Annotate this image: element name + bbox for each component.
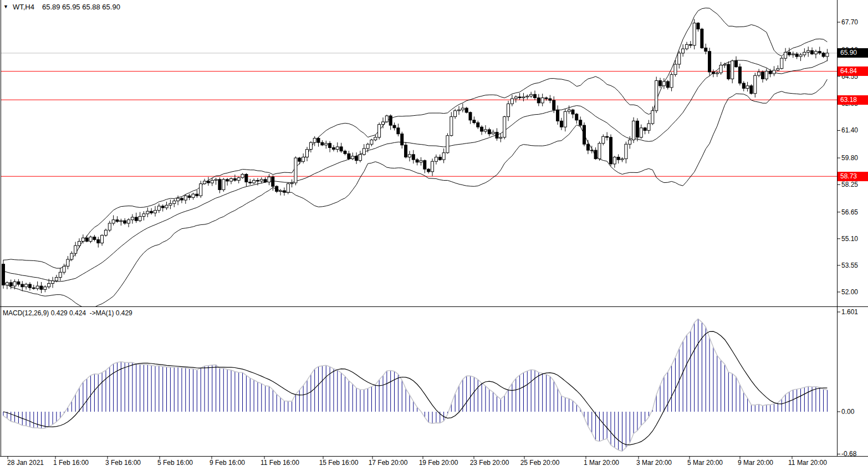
- hline-price-badge[interactable]: 63.18: [838, 95, 868, 105]
- trading-chart-window: ▼ WT,H4 65.89 65.95 65.88 65.90 MACD(12,…: [0, 0, 868, 471]
- price-tick-label: 67.70: [841, 18, 858, 26]
- time-tick-label: 3 Mar 20:00: [636, 459, 672, 467]
- macd-ma1-line: [3, 319, 827, 451]
- bollinger-upper-band: [3, 8, 827, 268]
- time-tick-label: 15 Feb 16:00: [319, 459, 359, 467]
- macd-tick-label: 0.00: [841, 408, 854, 416]
- time-tick-label: 9 Mar 20:00: [738, 459, 773, 467]
- macd-panel-layer: [3, 319, 827, 451]
- time-tick-label: 5 Feb 16:00: [157, 459, 193, 467]
- time-tick-label: 11 Mar 20:00: [788, 459, 827, 467]
- current-price-badge: 65.90: [838, 48, 868, 58]
- bollinger-lower-band: [3, 79, 827, 308]
- hline-price-badge[interactable]: 64.84: [838, 66, 868, 76]
- macd-tick-label: 1.601: [841, 308, 858, 316]
- time-tick-label: 19 Feb 20:00: [419, 459, 458, 467]
- axis-frame-layer: [0, 0, 868, 459]
- price-chart-canvas[interactable]: [0, 0, 868, 471]
- hline-price-badge[interactable]: 58.73: [838, 172, 868, 181]
- ohlc-readout: 65.89 65.95 65.88 65.90: [42, 3, 120, 11]
- macd-histogram: [3, 319, 827, 451]
- time-tick-label: 25 Feb 20:00: [520, 459, 560, 467]
- time-tick-label: 11 Feb 16:00: [261, 459, 299, 467]
- macd-indicator-label: MACD(12,26,9) 0.429 0.424 ->MA(1) 0.429: [3, 309, 132, 317]
- time-tick-label: 23 Feb 20:00: [470, 459, 509, 467]
- price-tick-label: 58.25: [841, 181, 858, 188]
- main-chart-layer: [1, 8, 837, 308]
- time-tick-label: 1 Mar 20:00: [584, 459, 619, 467]
- time-tick-label: 9 Feb 16:00: [210, 459, 245, 467]
- candlesticks: [2, 19, 829, 293]
- price-tick-label: 59.80: [841, 154, 858, 162]
- price-tick-label: 52.00: [841, 288, 858, 296]
- symbol-period-label: WT,H4: [13, 3, 34, 11]
- chart-title: ▼ WT,H4 65.89 65.95 65.88 65.90: [3, 3, 120, 11]
- price-tick-label: 53.55: [841, 262, 858, 269]
- chart-menu-arrow-icon[interactable]: ▼: [3, 4, 8, 9]
- price-tick-label: 61.40: [841, 126, 858, 134]
- time-tick-label: 1 Feb 16:00: [53, 459, 89, 467]
- time-tick-label: 17 Feb 20:00: [369, 459, 408, 467]
- time-tick-label: 5 Mar 20:00: [687, 459, 723, 467]
- bollinger-middle-band: [3, 60, 827, 281]
- price-tick-label: 55.10: [841, 235, 858, 243]
- macd-tick-label: -0.68: [841, 450, 856, 458]
- macd-signal-line: [3, 331, 827, 445]
- time-tick-label: 28 Jan 2021: [7, 459, 44, 467]
- price-tick-label: 56.65: [841, 208, 858, 216]
- time-tick-label: 3 Feb 16:00: [105, 459, 141, 467]
